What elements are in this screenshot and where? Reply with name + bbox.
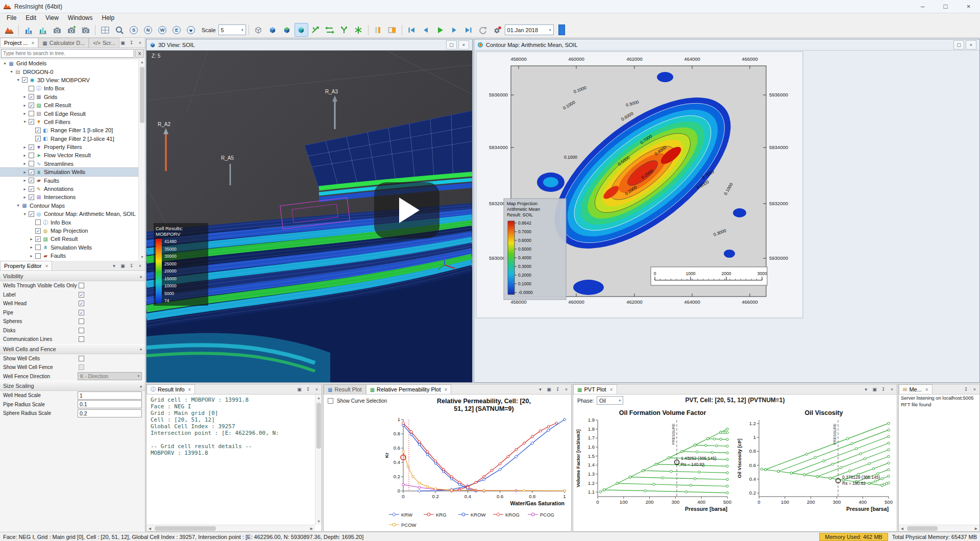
scroll-thumb[interactable] [907, 526, 938, 531]
close-button[interactable]: × [562, 385, 570, 393]
checkbox[interactable]: ✓ [79, 301, 84, 306]
scroll-down-icon[interactable]: ▼ [315, 518, 322, 525]
close-button[interactable]: × [957, 0, 980, 13]
scroll-down-icon[interactable]: ▼ [139, 254, 145, 260]
expander-icon[interactable]: ▸ [22, 178, 28, 183]
snapshot-all-views-button[interactable] [64, 23, 78, 37]
tab-messages[interactable]: ✉ Me... × [899, 384, 933, 394]
menu-button[interactable]: ▾ [110, 262, 118, 269]
tree-scrollbar[interactable]: ▲ ▼ [138, 59, 145, 260]
relative-permeability-chart[interactable]: 00.20.40.60.8100.20.40.60.81Relative Per… [383, 395, 571, 531]
maximize-button[interactable]: □ [934, 0, 957, 13]
float-button[interactable]: ▣ [871, 385, 878, 393]
checkbox[interactable]: ✓ [29, 186, 34, 192]
menu-edit[interactable]: Edit [21, 14, 41, 22]
checkbox[interactable]: ✓ [29, 103, 34, 108]
tree-search-input[interactable] [1, 49, 134, 58]
show-grid-cells-button[interactable] [266, 23, 280, 37]
contour-titlebar[interactable]: Contour Map: Arithmetic Mean, SOIL ▢ × [474, 39, 979, 51]
expander-icon[interactable]: ▾ [9, 69, 14, 74]
expander-icon[interactable]: ▾ [22, 119, 28, 124]
close-icon[interactable]: × [925, 387, 928, 392]
checkbox[interactable]: ✓ [79, 292, 84, 298]
view-east-button[interactable]: E [169, 23, 183, 37]
tree-item[interactable]: ▸✓▰Faults [0, 176, 139, 184]
checkbox[interactable] [29, 161, 34, 166]
well-measurement-button[interactable] [352, 23, 365, 37]
menu-help[interactable]: Help [97, 14, 119, 22]
oil-fvf-chart[interactable]: 01002003004005001.11.21.31.41.51.61.71.8… [574, 407, 734, 530]
checkbox[interactable]: ✓ [35, 236, 41, 242]
tree-item[interactable]: ▾✓◎Contour Map: Arithmetic Mean, SOIL [0, 210, 139, 218]
tree-item[interactable]: ▸▰Faults [0, 252, 139, 260]
menu-button[interactable]: ▾ [862, 385, 870, 393]
show-grid-surface-button[interactable] [280, 23, 294, 37]
text-input[interactable]: 0.1 [78, 400, 142, 408]
show-grid-box-button[interactable] [252, 23, 265, 37]
tab-project-[interactable]: Project ...× [0, 38, 38, 47]
expander-icon[interactable]: ▸ [22, 111, 28, 116]
view-north-button[interactable]: N [141, 23, 155, 37]
checkbox[interactable]: ✓ [29, 194, 34, 200]
close-icon[interactable]: × [31, 40, 34, 46]
show-faults-button[interactable] [295, 23, 308, 37]
section-header[interactable]: Size Scaling▴ [0, 381, 145, 391]
checkbox[interactable] [79, 328, 84, 333]
scroll-right-icon[interactable]: ▶ [973, 525, 979, 532]
tree-item[interactable]: ✓◍Map Projection [0, 227, 139, 235]
tab-property-editor[interactable]: Property Editor × [0, 261, 52, 270]
scroll-thumb[interactable] [140, 67, 144, 123]
checkbox[interactable]: ✓ [29, 144, 34, 150]
expander-icon[interactable]: ▾ [15, 78, 21, 82]
tree-item[interactable]: ▸✓⋔Simulation Wells [0, 168, 139, 176]
close-button[interactable]: × [458, 40, 469, 50]
tree-item[interactable]: ▸⋔Simulation Wells [0, 243, 139, 252]
tree-item[interactable]: ▾▦Grid Models [0, 59, 139, 67]
show-curve-selection-checkbox[interactable] [328, 398, 333, 404]
tree-item[interactable]: ▸∿Streamlines [0, 160, 139, 168]
minimize-button[interactable]: – [911, 0, 934, 13]
well-branch-button[interactable] [337, 23, 351, 37]
checkbox[interactable] [35, 219, 41, 225]
tab-calculator-d-[interactable]: ▦Calculator D... [38, 38, 89, 47]
expander-icon[interactable]: ▾ [15, 203, 21, 208]
snapshot-to-clipboard-button[interactable] [79, 23, 92, 37]
menu-file[interactable]: File [2, 14, 21, 22]
expander-icon[interactable]: ▸ [22, 94, 28, 99]
tree-item[interactable]: ▾✓◉3D View: MOBPORV [0, 76, 139, 84]
checkbox[interactable]: ✓ [29, 94, 34, 100]
tree-item[interactable]: ▸▧Cell Edge Result [0, 109, 139, 117]
float-button[interactable]: ▣ [296, 385, 303, 393]
scroll-right-icon[interactable]: ▶ [308, 525, 315, 532]
restore-button[interactable]: ▢ [446, 40, 457, 50]
scroll-thumb[interactable] [316, 403, 321, 449]
tree-item[interactable]: ✓◧Range Filter 2 [J-slice 41] [0, 135, 139, 143]
expander-icon[interactable]: ▸ [22, 195, 28, 200]
pin-button[interactable]: ↧ [962, 385, 970, 393]
collapse-icon[interactable]: ▴ [140, 347, 142, 351]
float-button[interactable]: ▣ [545, 385, 553, 393]
draw-style-lines-button[interactable] [371, 23, 385, 37]
view-south-button[interactable]: S [127, 23, 140, 37]
checkbox[interactable] [79, 364, 84, 370]
checkbox[interactable] [29, 153, 34, 158]
new-3d-view-button[interactable] [21, 23, 35, 37]
tab-pvt-plot[interactable]: ▦ PVT Plot × [573, 384, 617, 394]
checkbox[interactable]: ✓ [29, 119, 34, 125]
close-icon[interactable]: × [45, 263, 48, 269]
zoom-all-button[interactable] [112, 23, 126, 37]
checkbox[interactable]: ✓ [29, 178, 34, 183]
tab-scr-[interactable]: </>Scr... [89, 38, 119, 47]
restore-button[interactable]: ▢ [953, 40, 964, 50]
tree-item[interactable]: ▾▤DROGON-0 [0, 67, 139, 76]
video-play-button[interactable] [374, 182, 439, 238]
import-case-button[interactable] [2, 23, 16, 37]
checkbox[interactable]: ✓ [29, 169, 34, 175]
checkbox[interactable] [79, 318, 84, 324]
close-button[interactable]: × [136, 262, 144, 269]
scale-select[interactable]: 5▾ [218, 24, 246, 35]
section-header[interactable]: Well Cells and Fence▴ [0, 344, 145, 354]
collapse-icon[interactable]: ▴ [140, 274, 142, 279]
tree-item[interactable]: ▸✓✎Annotations [0, 185, 139, 193]
menu-windows[interactable]: Windows [63, 14, 97, 22]
